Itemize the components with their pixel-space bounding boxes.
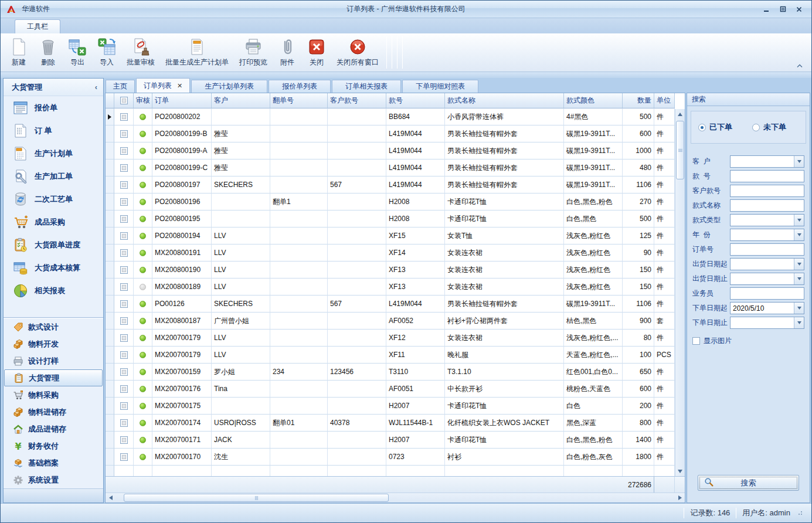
table-row[interactable]: PO200800199-B雅莹L419M044男装长袖拉链有帽外套碳黑19-39… — [106, 125, 685, 142]
table-row[interactable]: MX200700159罗小姐234123456T3110T3.1.10红色001… — [106, 364, 685, 381]
row-checkbox[interactable] — [120, 113, 128, 121]
row-checkbox[interactable] — [120, 351, 128, 359]
document-tab-3[interactable]: 生产计划单列表 — [191, 80, 267, 93]
module-item-design-sample[interactable]: 设计打样 — [4, 352, 103, 369]
horizontal-scroll-thumb[interactable] — [124, 494, 389, 502]
tab-toolbar[interactable]: 工具栏 — [15, 19, 60, 33]
sidebar-item-production-plan[interactable]: 生产计划单 — [4, 142, 103, 165]
module-item-system-settings[interactable]: 系统设置 — [4, 471, 103, 488]
sidebar-item-secondary-process[interactable]: 二次工艺单 — [4, 188, 103, 210]
column-header-4[interactable]: 翻单号 — [270, 93, 328, 108]
column-header-10[interactable]: 单位 — [654, 93, 675, 108]
document-tab-5[interactable]: 订单相关报表 — [332, 80, 401, 93]
row-checkbox[interactable] — [120, 317, 128, 325]
resize-grip[interactable] — [799, 511, 802, 515]
table-row[interactable]: PO200800195H2008卡通印花T恤白色,黑色500件 — [106, 210, 685, 227]
row-checkbox[interactable] — [120, 147, 128, 155]
table-row[interactable]: PO00126SKECHERS567L419M044男装长袖拉链有帽外套碳黑19… — [106, 296, 685, 313]
module-item-material-dev[interactable]: 物料开发 — [4, 335, 103, 352]
row-checkbox[interactable] — [120, 436, 128, 444]
document-tab-4[interactable]: 报价单列表 — [269, 80, 331, 93]
row-checkbox[interactable] — [120, 266, 128, 274]
toolbar-button-import[interactable]: 导入 — [92, 35, 121, 70]
sidebar-item-bulk-cost[interactable]: 大货成本核算 — [4, 256, 103, 279]
column-header-8[interactable]: 款式颜色 — [564, 93, 623, 108]
dropdown-arrow-icon[interactable] — [794, 303, 804, 314]
module-item-finished-inventory[interactable]: 成品进销存 — [4, 420, 103, 437]
table-row[interactable]: PO200800197SKECHERS567L419M044男装长袖拉链有帽外套… — [106, 176, 685, 193]
toolbar-button-print-preview[interactable]: 打印预览 — [234, 35, 273, 70]
row-checkbox[interactable] — [120, 402, 128, 410]
table-row[interactable]: MX200800189LLVXF13女装连衣裙浅灰色,粉红色150件 — [106, 279, 685, 296]
document-tab-2[interactable]: 订单列表✕ — [136, 78, 190, 93]
horizontal-scrollbar[interactable] — [106, 493, 685, 502]
toolbar-button-close-window[interactable]: 关闭 — [302, 35, 331, 70]
module-item-bulk-management[interactable]: 大货管理 — [4, 369, 103, 386]
document-tab-1[interactable]: 主页 — [106, 80, 135, 93]
vertical-scroll-thumb[interactable] — [676, 121, 684, 179]
sidebar-item-processing-order[interactable]: 生产加工单 — [4, 165, 103, 188]
restore-button[interactable] — [779, 5, 787, 13]
table-row[interactable]: PO200800202BB684小香风背带连体裤4#黑色500件 — [106, 108, 685, 125]
document-tab-6[interactable]: 下单明细对照表 — [402, 80, 478, 93]
module-item-style-design[interactable]: 款式设计 — [4, 318, 103, 335]
column-header-5[interactable]: 客户款号 — [328, 93, 386, 108]
toolbar-button-delete[interactable]: 删除 — [33, 35, 63, 70]
toolbar-button-new-document[interactable]: 新建 — [4, 35, 33, 70]
row-checkbox[interactable] — [120, 164, 128, 172]
table-row[interactable]: PO200800194LLVXF15女装T恤浅灰色,粉红色125件 — [106, 227, 685, 244]
sidebar-item-order-doc[interactable]: 订 单 — [4, 119, 103, 142]
table-row[interactable]: PO200800199-A雅莹L419M044男装长袖拉链有帽外套碳黑19-39… — [106, 142, 685, 159]
search-field-combo-6[interactable] — [730, 229, 804, 241]
scroll-down-icon[interactable] — [675, 466, 685, 476]
sidebar-item-quote-list[interactable]: 报价单 — [4, 96, 103, 119]
dropdown-arrow-icon[interactable] — [794, 317, 804, 328]
search-field-input-4[interactable] — [730, 199, 804, 212]
search-field-input-3[interactable] — [730, 185, 804, 197]
dropdown-arrow-icon[interactable] — [794, 215, 804, 226]
dropdown-arrow-icon[interactable] — [794, 273, 804, 284]
column-header-6[interactable]: 款号 — [386, 93, 445, 108]
table-row[interactable]: MX200700176TinaAF0051中长款开衫桃粉色,天蓝色600件 — [106, 381, 685, 398]
search-field-combo-5[interactable] — [730, 214, 804, 226]
column-header-2[interactable]: 订单 — [152, 93, 212, 108]
column-header-9[interactable]: 数量 — [623, 93, 654, 108]
collapse-sidebar-icon[interactable]: ‹ — [95, 83, 97, 91]
search-field-combo-12[interactable] — [730, 317, 804, 329]
module-item-base-archive[interactable]: 基础档案 — [4, 454, 103, 471]
show-image-checkbox[interactable] — [692, 337, 700, 345]
table-row[interactable]: PO200800199-C雅莹L419M044男装长袖拉链有帽外套碳黑19-39… — [106, 159, 685, 176]
module-item-material-inventory[interactable]: 物料进销存 — [4, 403, 103, 420]
search-field-combo-9[interactable] — [730, 273, 804, 285]
search-field-combo-11[interactable]: 2020/5/10 — [730, 302, 804, 314]
scroll-right-icon[interactable] — [675, 493, 685, 502]
select-all-checkbox[interactable] — [120, 97, 128, 104]
sidebar-item-reports[interactable]: 相关报表 — [4, 279, 103, 302]
row-checkbox[interactable] — [120, 334, 128, 342]
column-header-3[interactable]: 客户 — [212, 93, 270, 108]
toolbar-button-export[interactable]: 导出 — [63, 35, 92, 70]
toolbar-button-batch-audit[interactable]: 批量审核 — [121, 35, 160, 70]
toolbar-button-attachment[interactable]: 附件 — [273, 35, 302, 70]
table-row[interactable]: MX200800191LLVXF14女装连衣裙浅灰色,粉红色90件 — [106, 244, 685, 262]
row-checkbox[interactable] — [120, 232, 128, 240]
table-row[interactable]: MX200700179LLVXF12女装连衣裙浅灰色,粉红色,...80件 — [106, 330, 685, 347]
search-field-combo-1[interactable] — [730, 155, 804, 168]
dropdown-arrow-icon[interactable] — [794, 259, 804, 270]
close-button[interactable] — [795, 5, 803, 13]
row-checkbox[interactable] — [120, 130, 128, 138]
table-row[interactable]: MX200700174USRO|ROSS翻单0140378WJL11544B-1… — [106, 415, 685, 432]
sidebar-item-bulk-progress[interactable]: 大货跟单进度 — [4, 233, 103, 256]
search-field-input-7[interactable] — [730, 243, 804, 256]
search-button[interactable]: 搜索 — [698, 475, 799, 491]
row-checkbox[interactable] — [120, 419, 128, 427]
table-row[interactable]: PO200800196翻单1H2008卡通印花T恤白色,黑色,粉色270件 — [106, 193, 685, 210]
search-field-input-2[interactable] — [730, 170, 804, 182]
vertical-scrollbar[interactable] — [675, 109, 685, 476]
close-tab-icon[interactable]: ✕ — [177, 82, 182, 90]
row-checkbox[interactable] — [120, 198, 128, 206]
row-checkbox[interactable] — [120, 300, 128, 308]
row-checkbox[interactable] — [120, 249, 128, 257]
minimize-button[interactable] — [762, 5, 770, 13]
row-checkbox[interactable] — [120, 368, 128, 376]
